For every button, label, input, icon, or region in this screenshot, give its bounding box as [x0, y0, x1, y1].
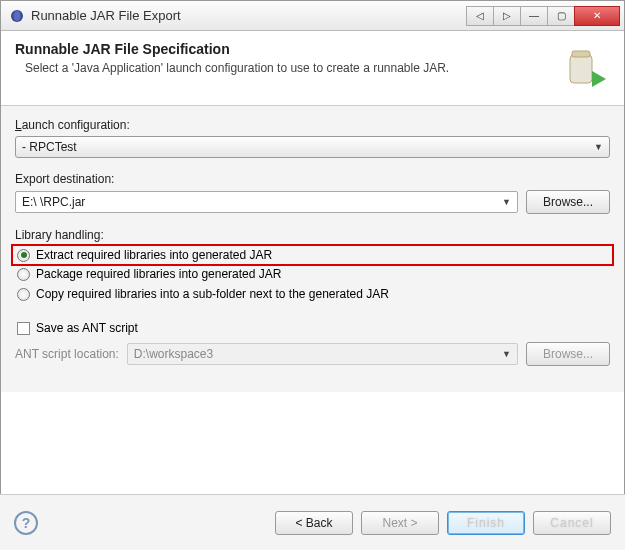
- wizard-body: Launch configuration: - RPCTest ▼ Export…: [1, 106, 624, 392]
- svg-rect-3: [572, 51, 590, 57]
- radio-icon: [17, 288, 30, 301]
- titlebar[interactable]: Runnable JAR File Export ◁ ▷ — ▢ ✕: [1, 1, 624, 31]
- nav-prev-icon[interactable]: ◁: [466, 6, 494, 26]
- launch-config-selected: - RPCTest: [22, 140, 594, 154]
- radio-icon: [17, 268, 30, 281]
- nav-next-icon[interactable]: ▷: [493, 6, 521, 26]
- export-dest-input[interactable]: E:\ \RPC.jar ▼: [15, 191, 518, 213]
- radio-copy-libs[interactable]: Copy required libraries into a sub-folde…: [15, 284, 610, 304]
- back-button[interactable]: < Back: [275, 511, 353, 535]
- wizard-header: Runnable JAR File Specification Select a…: [1, 31, 624, 106]
- chevron-down-icon: ▼: [502, 349, 511, 359]
- save-ant-checkbox[interactable]: Save as ANT script: [15, 318, 610, 338]
- launch-config-combo[interactable]: - RPCTest ▼: [15, 136, 610, 158]
- svg-point-1: [14, 11, 21, 21]
- cancel-button[interactable]: Cancel: [533, 511, 611, 535]
- maximize-icon[interactable]: ▢: [547, 6, 575, 26]
- radio-label: Copy required libraries into a sub-folde…: [36, 287, 389, 301]
- checkbox-label: Save as ANT script: [36, 321, 138, 335]
- page-subtitle: Select a 'Java Application' launch confi…: [15, 61, 560, 75]
- ant-location-label: ANT script location:: [15, 347, 119, 361]
- library-handling-label: Library handling:: [15, 228, 610, 242]
- eclipse-icon: [9, 8, 25, 24]
- browse-export-button[interactable]: Browse...: [526, 190, 610, 214]
- chevron-down-icon: ▼: [502, 197, 511, 207]
- minimize-icon[interactable]: —: [520, 6, 548, 26]
- radio-label: Extract required libraries into generate…: [36, 248, 272, 262]
- window-title: Runnable JAR File Export: [31, 8, 467, 23]
- help-icon[interactable]: ?: [14, 511, 38, 535]
- finish-button[interactable]: Finish: [447, 511, 525, 535]
- close-icon[interactable]: ✕: [574, 6, 620, 26]
- page-title: Runnable JAR File Specification: [15, 41, 560, 57]
- svg-marker-4: [592, 71, 606, 87]
- browse-ant-button: Browse...: [526, 342, 610, 366]
- checkbox-icon: [17, 322, 30, 335]
- radio-icon: [17, 249, 30, 262]
- radio-label: Package required libraries into generate…: [36, 267, 281, 281]
- svg-rect-2: [570, 55, 592, 83]
- next-button: Next >: [361, 511, 439, 535]
- wizard-footer: ? < Back Next > Finish Cancel: [0, 494, 625, 550]
- jar-icon: [560, 41, 610, 91]
- radio-package-libs[interactable]: Package required libraries into generate…: [15, 264, 610, 284]
- chevron-down-icon: ▼: [594, 142, 603, 152]
- radio-extract-libs[interactable]: Extract required libraries into generate…: [11, 244, 614, 266]
- window-controls: ◁ ▷ — ▢ ✕: [467, 6, 620, 26]
- launch-config-label: Launch configuration:: [15, 118, 610, 132]
- ant-location-input: D:\workspace3 ▼: [127, 343, 518, 365]
- export-dest-label: Export destination:: [15, 172, 610, 186]
